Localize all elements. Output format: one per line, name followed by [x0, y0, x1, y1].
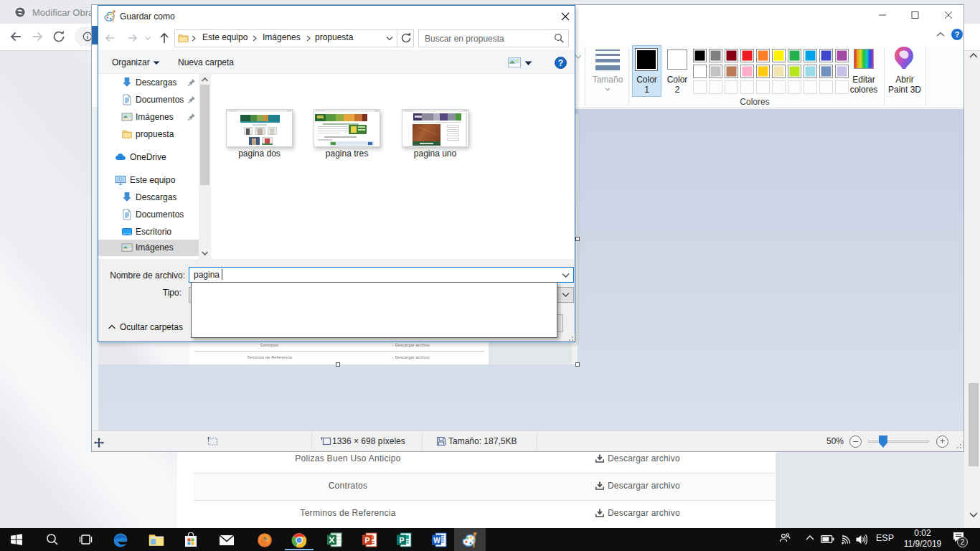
svg-text:P: P [400, 536, 405, 545]
svg-text:W: W [433, 537, 440, 545]
svg-text:P: P [365, 536, 370, 545]
